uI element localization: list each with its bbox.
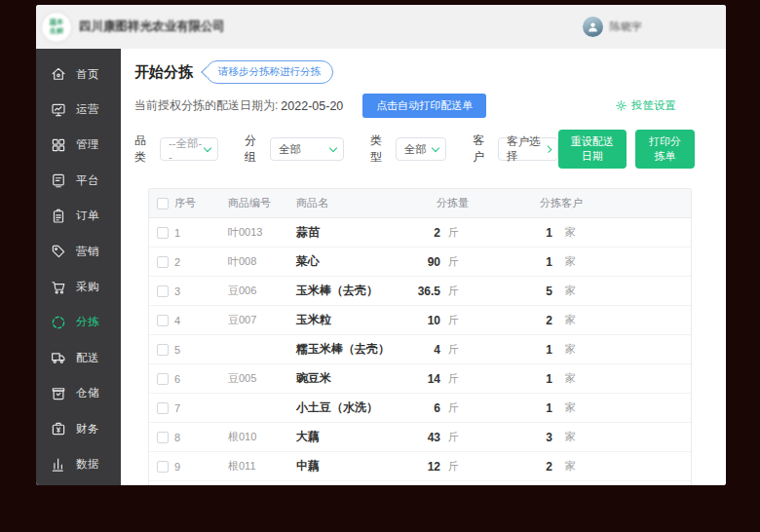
category-select-value: --全部--: [169, 136, 205, 163]
qty-unit: 斤: [448, 430, 459, 444]
top-header: 蔬本 生鲜 四川康图祥光农业有限公司 陈晓宇: [36, 5, 726, 49]
delivery-icon: [50, 349, 67, 366]
customer-unit: 家: [565, 284, 576, 298]
user-name: 陈晓宇: [610, 19, 642, 34]
row-index: 8: [174, 432, 180, 443]
row-checkbox[interactable]: [157, 315, 169, 326]
sidebar-item-orders[interactable]: 订单: [36, 199, 121, 234]
sidebar-item-label: 配送: [76, 351, 99, 365]
table-header: 序号 商品编号 商品名 分拣量 分拣客户: [149, 189, 691, 218]
category-select[interactable]: --全部--: [160, 137, 218, 161]
sorting-qty: 4: [401, 343, 440, 357]
row-index: 1: [174, 227, 180, 239]
sidebar-item-management[interactable]: 管理: [36, 128, 121, 163]
type-select-value: 全部: [404, 142, 427, 157]
sorting-qty: 12: [401, 460, 440, 474]
main-content: 开始分拣 请移步分拣称进行分拣 当前授权分拣的配送日期为: 2022-05-20…: [121, 49, 726, 485]
table-row: 9 根011 中藕 12 斤 2 家: [149, 452, 691, 481]
qty-unit: 斤: [448, 400, 459, 415]
row-checkbox[interactable]: [157, 344, 169, 356]
basket-settings-link[interactable]: 投筐设置: [615, 98, 676, 113]
table-row: 3 豆006 玉米棒（去壳） 36.5 斤 5 家: [149, 277, 691, 306]
customer-count: 2: [537, 460, 552, 474]
header-code: 商品编号: [228, 196, 296, 210]
row-checkbox[interactable]: [157, 432, 169, 443]
header-qty: 分拣量: [437, 196, 540, 210]
product-code: 叶0013: [228, 225, 296, 240]
platform-icon: [50, 171, 67, 189]
customer-count: 5: [537, 285, 552, 298]
sidebar-item-marketing[interactable]: 营销: [36, 234, 121, 269]
user-menu[interactable]: 陈晓宇: [583, 17, 642, 37]
sorting-qty: 43: [401, 431, 440, 444]
row-checkbox[interactable]: [157, 402, 169, 414]
sidebar-item-label: 营销: [76, 245, 99, 259]
row-checkbox[interactable]: [157, 461, 169, 473]
table-row: 7 小土豆（水洗） 6 斤 1 家: [149, 394, 691, 423]
chevron-down-icon: [432, 143, 439, 151]
qty-unit: 斤: [448, 254, 459, 269]
product-code: 豆007: [228, 313, 296, 327]
sidebar-item-operations[interactable]: 运营: [36, 92, 121, 127]
sidebar-item-label: 运营: [76, 102, 99, 117]
customer-unit: 家: [565, 342, 576, 357]
customer-unit: 家: [565, 225, 576, 240]
header-customers: 分拣客户: [540, 196, 691, 210]
sorting-qty: 2: [401, 226, 440, 240]
qty-unit: 斤: [448, 313, 459, 327]
sidebar-item-home[interactable]: 首页: [36, 57, 121, 92]
header-index: 序号: [174, 196, 196, 210]
qty-unit: 斤: [448, 284, 459, 298]
customer-count: 1: [537, 255, 552, 269]
sidebar-item-purchase[interactable]: 采购: [36, 269, 121, 304]
customer-count: 2: [537, 314, 552, 327]
sidebar-item-delivery[interactable]: 配送: [36, 340, 121, 375]
print-sorting-button[interactable]: 打印分拣单: [635, 130, 695, 169]
sorting-qty: 14: [401, 372, 440, 386]
product-code: 叶008: [228, 254, 296, 269]
customer-count: 1: [537, 372, 552, 386]
row-checkbox[interactable]: [157, 373, 169, 385]
sidebar-item-platform[interactable]: 平台: [36, 163, 121, 198]
reset-date-button[interactable]: 重设配送日期: [558, 130, 627, 169]
customer-unit: 家: [565, 459, 576, 474]
auto-print-button[interactable]: 点击自动打印配送单: [362, 94, 486, 118]
sorting-qty: 36.5: [401, 285, 440, 298]
row-index: 6: [174, 373, 180, 385]
sorting-hint-tooltip: 请移步分拣称进行分拣: [206, 60, 333, 84]
chevron-down-icon: [329, 143, 337, 151]
customer-filter-label: 客户: [473, 133, 491, 166]
home-icon: [50, 65, 67, 83]
row-index: 4: [174, 315, 180, 326]
brand-logo: 蔬本 生鲜: [42, 13, 71, 42]
qty-unit: 斤: [448, 459, 459, 474]
qty-unit: 斤: [448, 371, 459, 386]
select-all-checkbox[interactable]: [157, 198, 169, 209]
sidebar-item-sorting[interactable]: 分拣: [36, 305, 121, 340]
product-code: 根011: [228, 459, 296, 474]
customer-unit: 家: [565, 400, 576, 415]
brand-logo-text2: 生鲜: [50, 27, 63, 35]
customer-unit: 家: [565, 254, 576, 269]
customer-count: 3: [537, 431, 552, 444]
sidebar: 首页 运营 管理 平台 订单 营销 采购 分拣: [36, 49, 121, 485]
customer-select[interactable]: 客户选择: [498, 137, 558, 161]
product-code: 根010: [228, 430, 296, 444]
group-select[interactable]: 全部: [270, 137, 344, 161]
sidebar-item-label: 首页: [76, 67, 99, 82]
customer-count: 1: [537, 226, 552, 240]
row-checkbox[interactable]: [157, 227, 169, 239]
table-row: 8 根010 大藕 43 斤 3 家: [149, 423, 691, 452]
sidebar-item-label: 管理: [76, 137, 99, 152]
sidebar-item-label: 采购: [76, 280, 99, 294]
app-window: 蔬本 生鲜 四川康图祥光农业有限公司 陈晓宇 首页 运营 管理 平台: [36, 5, 726, 485]
row-index: 5: [174, 344, 180, 356]
sidebar-item-warehouse[interactable]: 仓储: [36, 376, 121, 411]
sidebar-item-finance[interactable]: 财务: [36, 411, 121, 446]
sidebar-item-data[interactable]: 数据: [36, 446, 121, 481]
row-checkbox[interactable]: [157, 256, 169, 268]
type-select[interactable]: 全部: [396, 137, 446, 161]
sidebar-item-label: 订单: [76, 209, 99, 223]
user-avatar: [583, 17, 603, 37]
row-checkbox[interactable]: [157, 285, 169, 297]
